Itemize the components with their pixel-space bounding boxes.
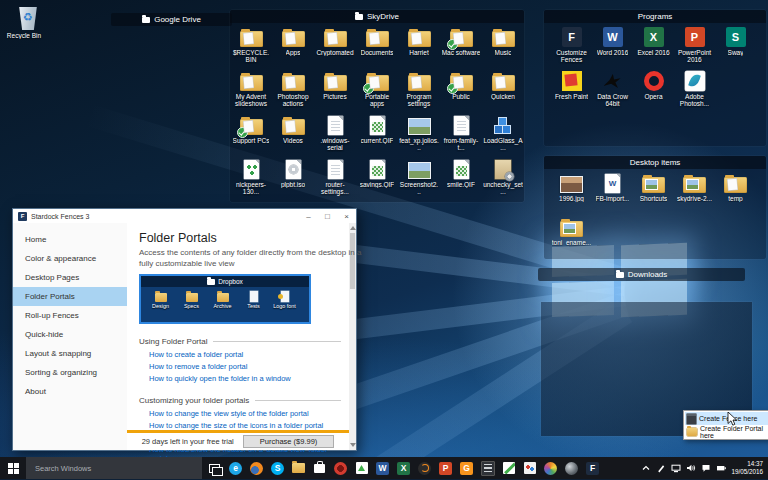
minimize-button[interactable]: – [299,209,318,223]
fence-item[interactable]: Mac software [440,26,482,70]
fence-item[interactable]: Harriet [398,26,440,70]
window-titlebar[interactable]: F Stardock Fences 3 – □ × [13,209,356,223]
taskbar-search[interactable] [26,457,202,479]
battery-icon[interactable] [713,457,728,479]
fence-item[interactable]: SSway [715,26,756,70]
preview-item[interactable]: Archive [207,290,238,309]
help-link[interactable]: How to remove a folder portal [149,362,341,371]
fence-item[interactable]: Shortcuts [633,172,674,216]
fence-item[interactable]: temp [715,172,756,216]
windows-ink-pen-icon[interactable] [653,457,668,479]
fence-item[interactable]: savings.QIF [356,158,398,202]
scroll-up-arrow[interactable] [350,226,356,230]
fence-item[interactable]: $RECYCLE.BIN [230,26,272,70]
maximize-button[interactable]: □ [318,209,337,223]
taskbar-icon-file-explorer[interactable] [288,457,309,479]
fence-item[interactable]: Portable apps [356,70,398,114]
fence-item[interactable]: skydrive-2... [674,172,715,216]
fence-item[interactable]: Data Crow 64bit [592,70,633,114]
fence-item[interactable]: Opera [633,70,674,114]
fence-item[interactable]: LoadGlass_A... [482,114,524,158]
fence-header[interactable]: SkyDrive [230,10,524,23]
fence-item[interactable]: FB-import... [592,172,633,216]
taskbar-icon-skype[interactable]: S [267,457,288,479]
fence-item[interactable]: smile.QIF [440,158,482,202]
help-link[interactable]: How to change the view style of the fold… [149,409,341,418]
help-link[interactable]: How to create a folder portal [149,350,341,359]
fence-item[interactable]: Documents [356,26,398,70]
fence-item[interactable]: nickpeers-130... [230,158,272,202]
fence-header[interactable]: Programs [544,10,766,23]
start-button[interactable] [0,457,26,479]
taskbar-icon-sphere-app[interactable] [561,457,582,479]
preview-item[interactable]: Logo font [269,290,300,309]
network-icon[interactable] [668,457,683,479]
taskbar-icon-g-app[interactable]: G [456,457,477,479]
hidden-icons-chevron-icon[interactable] [638,457,653,479]
notifications-icon[interactable] [698,457,713,479]
fence-item[interactable]: unchecky_set... [482,158,524,202]
preview-item[interactable]: Specs [176,290,207,309]
taskbar-icon-utility-app[interactable] [519,457,540,479]
fence-header[interactable]: Desktop items [544,156,766,169]
help-link[interactable]: How to change the size of the icons in a… [149,421,341,430]
scroll-down-arrow[interactable] [350,443,356,447]
taskbar-icon-pen-app[interactable] [498,457,519,479]
recycle-bin[interactable]: ♻ Recycle Bin [4,5,52,39]
taskbar-icon-edge[interactable]: e [225,457,246,479]
taskbar-clock[interactable]: 14:37 19/05/2016 [728,460,768,476]
fence-item[interactable]: Program settings [398,70,440,114]
search-input[interactable] [26,463,202,474]
fence-item[interactable]: Cryptomated [314,26,356,70]
fence-item[interactable]: Quicken [482,70,524,114]
fence-item[interactable]: Pictures [314,70,356,114]
fence-item[interactable]: Apps [272,26,314,70]
fence-item[interactable]: current.QIF [356,114,398,158]
fence-item[interactable]: My Advent slideshows [230,70,272,114]
fence-item[interactable]: toni_ename... [551,216,592,260]
fence-item[interactable]: Adobe Photosh... [674,70,715,114]
fence-item[interactable]: Screenshot2... [398,158,440,202]
fence-item[interactable]: router-settings... [314,158,356,202]
taskbar-icon-powerpoint[interactable]: P [435,457,456,479]
fence-item[interactable]: Photoshop actions backup [272,70,314,114]
taskbar-icon-firefox[interactable] [246,457,267,479]
preview-item[interactable]: Design [145,290,176,309]
purchase-button[interactable]: Purchase ($9.99) [243,435,335,448]
taskbar-icon-red-app[interactable] [330,457,351,479]
fence-item[interactable]: Fresh Paint [551,70,592,114]
sidebar-item-home[interactable]: Home [13,230,127,249]
fence-item[interactable]: PPowerPoint 2016 [674,26,715,70]
taskbar-icon-word[interactable]: W [372,457,393,479]
taskbar-icon-paint-app[interactable] [351,457,372,479]
taskbar-icon-task-view[interactable] [204,457,225,479]
preview-item[interactable]: Tests [238,290,269,309]
fence-header[interactable]: Downloads [538,268,745,281]
sidebar-item-folder-portals[interactable]: Folder Portals [13,287,127,306]
fence-header[interactable]: Google Drive [111,13,232,26]
fence-item[interactable]: Videos [272,114,314,158]
taskbar-icon-store[interactable] [309,457,330,479]
fence-item[interactable]: Support PCs [230,114,272,158]
sidebar-item-layout-snapping[interactable]: Layout & snapping [13,344,127,363]
sidebar-item-sorting-organizing[interactable]: Sorting & organizing [13,363,127,382]
close-button[interactable]: × [337,209,356,223]
taskbar-icon-fences[interactable]: F [582,457,603,479]
taskbar-icon-media-app[interactable] [540,457,561,479]
taskbar-icon-orange-dial-app[interactable] [414,457,435,479]
sidebar-item-desktop-pages[interactable]: Desktop Pages [13,268,127,287]
sidebar-item-color-appearance[interactable]: Color & appearance [13,249,127,268]
fence-item[interactable]: FCustomize Fences [551,26,592,70]
fence-item[interactable]: Public [440,70,482,114]
fence-item[interactable]: .windows-serial [314,114,356,158]
fence-item[interactable]: WWord 2016 [592,26,633,70]
fence-item[interactable]: feat_xp.jolios... [398,114,440,158]
volume-icon[interactable] [683,457,698,479]
sidebar-item-about[interactable]: About [13,382,127,401]
help-link[interactable]: How to quickly open the folder in a wind… [149,374,341,383]
fence-item[interactable]: from-family-t... [440,114,482,158]
fence-item[interactable]: 1996.jpg [551,172,592,216]
fence-item[interactable]: Music [482,26,524,70]
fence-item[interactable]: XExcel 2016 [633,26,674,70]
sidebar-item-quick-hide[interactable]: Quick-hide [13,325,127,344]
